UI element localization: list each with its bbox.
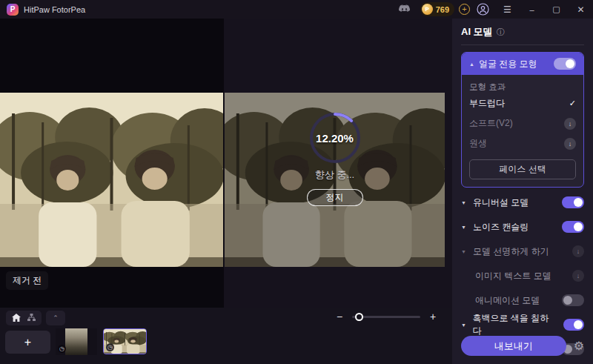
- add-credits-button[interactable]: +: [459, 4, 470, 15]
- home-icon[interactable]: [12, 311, 21, 325]
- account-icon[interactable]: [470, 0, 495, 19]
- compare-icon[interactable]: [27, 311, 36, 325]
- add-image-button[interactable]: +: [5, 331, 50, 354]
- menu-icon[interactable]: ☰: [495, 0, 520, 19]
- download-icon[interactable]: ↓: [572, 245, 584, 257]
- colorize-toggle[interactable]: [563, 319, 584, 331]
- model-row-image-text[interactable]: 이미지 텍스트 모델 ↓: [461, 270, 584, 282]
- check-icon: ✓: [569, 99, 576, 108]
- zoom-out-button[interactable]: −: [335, 311, 344, 322]
- model-row-colorize[interactable]: ▼ 흑백으로 색을 칠하다: [461, 319, 584, 331]
- app-title: HitPaw FotorPea: [24, 5, 85, 14]
- download-icon[interactable]: ↓: [564, 118, 576, 130]
- animation-model-toggle[interactable]: [562, 294, 584, 306]
- collapse-panel-button[interactable]: ⌃: [46, 311, 65, 325]
- thumbnail-item-2-selected[interactable]: ◷: [103, 328, 147, 354]
- zoom-in-button[interactable]: +: [428, 311, 437, 322]
- export-button[interactable]: 내보내기: [461, 336, 566, 356]
- view-tool-group: [6, 311, 42, 325]
- progress-ring: 12.20%: [306, 109, 364, 167]
- download-icon[interactable]: ↓: [564, 138, 576, 150]
- progress-overlay: 12.20% 향상 중... 정지: [225, 93, 445, 267]
- progress-percent: 12.20%: [306, 109, 364, 167]
- face-model-panel: ▲ 얼굴 전용 모형 모형 효과 부드럽다 ✓ 소프트(V2) ↓: [461, 52, 584, 188]
- face-select-button[interactable]: 페이스 선택: [469, 159, 576, 179]
- download-icon[interactable]: ↓: [572, 270, 584, 282]
- stop-button[interactable]: 정지: [307, 189, 363, 206]
- model-row-animation[interactable]: 애니메이션 모델: [461, 294, 584, 306]
- zoom-slider-knob[interactable]: [355, 313, 363, 321]
- face-model-title: 얼굴 전용 모형: [479, 58, 537, 70]
- expand-triangle-icon[interactable]: ▼: [461, 225, 468, 230]
- zoom-slider[interactable]: [352, 316, 420, 318]
- face-model-toggle[interactable]: [554, 58, 576, 70]
- gear-icon[interactable]: ⚙: [574, 339, 584, 353]
- maximize-button[interactable]: ▢: [544, 0, 569, 19]
- model-effect-label: 모형 효과: [469, 82, 576, 93]
- discord-icon[interactable]: [395, 0, 414, 19]
- minimize-button[interactable]: –: [520, 0, 544, 19]
- universal-model-toggle[interactable]: [562, 196, 584, 208]
- face-model-panel-header[interactable]: ▲ 얼굴 전용 모형: [462, 53, 583, 75]
- divider: [461, 44, 584, 45]
- face-effect-option-native[interactable]: 원생 ↓: [469, 133, 576, 153]
- preview-canvas: 제거 전 12.20% 향상 중... 정지: [0, 19, 452, 308]
- model-row-sharpen[interactable]: ▼ 모델 선명하게 하기 ↓: [461, 245, 584, 257]
- collapse-triangle-icon: ▲: [469, 62, 474, 67]
- expand-triangle-icon[interactable]: ▼: [461, 322, 467, 328]
- ai-model-sidebar: AI 모델 ⓘ ▲ 얼굴 전용 모형 모형 효과 부드럽다 ✓: [452, 19, 593, 364]
- face-effect-option-soft[interactable]: 부드럽다 ✓: [469, 93, 576, 113]
- thumbnail-1-image: [65, 328, 87, 355]
- credits-badge[interactable]: P 769: [420, 2, 454, 16]
- model-row-noise-cancelling[interactable]: ▼ 노이즈 캔슬링: [461, 221, 584, 233]
- info-icon[interactable]: ⓘ: [497, 27, 505, 38]
- noise-cancelling-toggle[interactable]: [562, 221, 584, 233]
- before-label: 제거 전: [6, 271, 48, 290]
- face-effect-option-soft-v2[interactable]: 소프트(V2) ↓: [469, 113, 576, 133]
- model-row-universal[interactable]: ▼ 유니버설 모델: [461, 196, 584, 208]
- progress-status: 향상 중...: [315, 168, 354, 182]
- app-window: P HitPaw FotorPea P 769 + ☰ – ▢ ✕: [0, 0, 593, 364]
- close-button[interactable]: ✕: [569, 0, 593, 19]
- pending-clock-icon: ◷: [58, 345, 66, 353]
- thumbnail-item-1[interactable]: ◷: [56, 328, 97, 355]
- credits-count: 769: [436, 5, 449, 14]
- bottom-bar: ⌃ − + + ◷ ◷: [0, 308, 452, 364]
- expand-triangle-icon[interactable]: ▼: [461, 249, 468, 254]
- titlebar: P HitPaw FotorPea P 769 + ☰ – ▢ ✕: [0, 0, 593, 19]
- coin-icon: P: [422, 4, 433, 15]
- expand-triangle-icon[interactable]: ▼: [461, 200, 468, 205]
- zoom-control: − +: [335, 309, 437, 324]
- app-logo-icon: P: [7, 4, 19, 16]
- sidebar-title: AI 모델: [461, 25, 493, 39]
- before-photo: [0, 93, 223, 267]
- pending-clock-icon: ◷: [106, 343, 114, 351]
